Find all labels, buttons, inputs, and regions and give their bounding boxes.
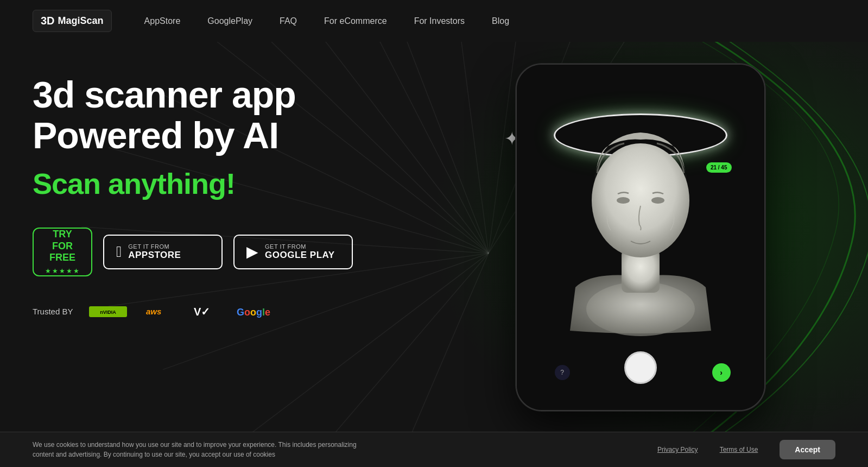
hero-subtitle: Scan anything!	[33, 167, 369, 200]
hero-section: 3d scanner app Powered by AI Scan anythi…	[0, 42, 868, 444]
nvidia-logo: nVIDIA	[89, 304, 127, 320]
nav-ecommerce[interactable]: For eCommerce	[324, 16, 387, 26]
cookie-links: Privacy Policy Terms of Use Accept	[657, 440, 835, 459]
try-free-stars: ★★★★★	[45, 267, 80, 275]
google-logo: Google	[236, 304, 279, 320]
hero-right-phone: ✦ ✦ ✦	[369, 53, 835, 422]
trusted-by-row: Trusted BY nVIDIA aws V✓	[33, 304, 369, 320]
nav-appstore[interactable]: AppStore	[144, 16, 181, 26]
svg-point-29	[651, 197, 664, 204]
bust-sculpture	[559, 81, 722, 342]
phone-mockup-container: 21 / 45 ? ›	[461, 53, 744, 422]
logo[interactable]: 3D MagiScan	[33, 10, 112, 32]
googleplay-button-text: GET IT FROM GOOGLE PLAY	[265, 243, 335, 261]
hero-left-content: 3d scanner app Powered by AI Scan anythi…	[33, 53, 369, 422]
googleplay-button[interactable]: ▶ GET IT FROM GOOGLE PLAY	[233, 235, 353, 269]
try-free-badge[interactable]: TRY FOR FREE ★★★★★	[33, 228, 92, 276]
logo-prefix: 3D	[41, 15, 55, 27]
apple-icon: 	[116, 244, 122, 260]
nav-investors[interactable]: For Investors	[414, 16, 465, 26]
nav-faq[interactable]: FAQ	[280, 16, 297, 26]
nav-googleplay[interactable]: GooglePlay	[207, 16, 252, 26]
scan-shutter-button[interactable]	[624, 351, 657, 384]
play-icon: ▶	[246, 244, 258, 260]
nav-blog[interactable]: Blog	[492, 16, 509, 26]
svg-text:aws: aws	[146, 307, 161, 316]
cta-row: TRY FOR FREE ★★★★★  GET IT FROM APPSTOR…	[33, 228, 369, 276]
accept-cookies-button[interactable]: Accept	[780, 440, 835, 459]
svg-text:V✓: V✓	[194, 306, 210, 318]
nav-links: AppStore GooglePlay FAQ For eCommerce Fo…	[144, 16, 509, 26]
phone-mockup: 21 / 45 ? ›	[516, 64, 765, 411]
trusted-label: Trusted BY	[33, 307, 73, 316]
appstore-button-text: GET IT FROM APPSTORE	[128, 243, 181, 261]
hero-title: 3d scanner app Powered by AI	[33, 74, 369, 156]
logo-name: MagiScan	[58, 15, 104, 27]
phone-screen: 21 / 45 ? ›	[517, 65, 764, 410]
cookie-text: We use cookies to understand how you use…	[33, 440, 358, 459]
help-button[interactable]: ?	[555, 365, 570, 380]
scan-counter-badge: 21 / 45	[706, 162, 732, 173]
next-button[interactable]: ›	[712, 363, 731, 382]
svg-point-28	[617, 197, 630, 204]
appstore-button[interactable]:  GET IT FROM APPSTORE	[103, 235, 223, 269]
svg-text:nVIDIA: nVIDIA	[100, 310, 117, 315]
aws-logo: aws	[143, 304, 176, 320]
svg-point-27	[592, 143, 689, 257]
svg-text:Google: Google	[237, 307, 270, 318]
vt-logo: V✓	[192, 304, 219, 320]
cookie-bar: We use cookies to understand how you use…	[0, 432, 868, 467]
navigation: 3D MagiScan AppStore GooglePlay FAQ For …	[0, 0, 868, 42]
terms-of-use-link[interactable]: Terms of Use	[720, 446, 758, 453]
try-free-text: TRY FOR FREE	[49, 229, 75, 264]
privacy-policy-link[interactable]: Privacy Policy	[657, 446, 698, 453]
microsoft-logo	[295, 305, 308, 318]
